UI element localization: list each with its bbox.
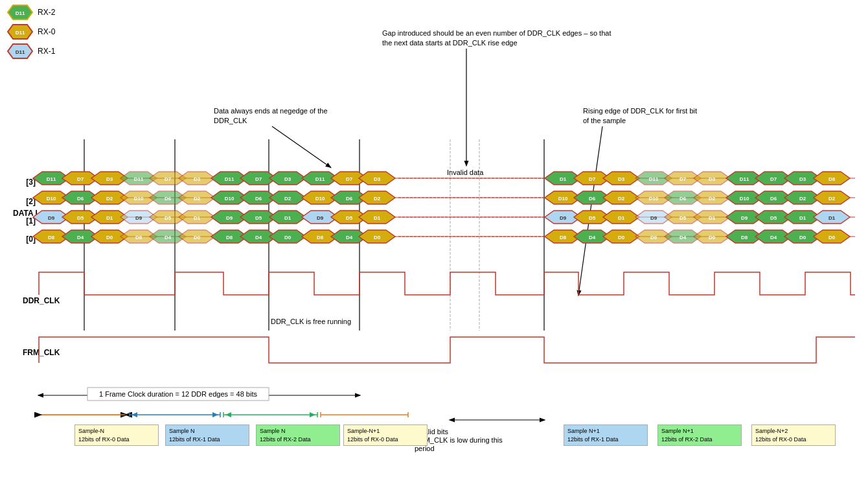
svg-text:D8: D8 [741,235,748,240]
svg-text:D0: D0 [828,235,836,240]
svg-text:D1: D1 [194,215,201,221]
sample-line1: Sample-N+1 [347,427,424,436]
sample-sn-rx0: Sample-N 12bits of RX-0 Data [74,424,159,446]
lane1-seg7: D9 D5 D1 [726,211,821,224]
svg-text:D7: D7 [255,176,262,182]
svg-text:D3: D3 [194,176,201,182]
lane0-seg8: D0 [814,230,850,243]
svg-marker-214 [225,412,231,417]
svg-text:D2: D2 [194,196,201,202]
svg-text:D3: D3 [799,176,806,182]
legend-rx2-label: RX-2 [38,8,56,17]
lane0-seg5: D8 D4 D0 [545,230,639,243]
svg-text:D1: D1 [374,215,381,221]
svg-marker-210 [212,412,218,417]
svg-text:D11: D11 [16,30,25,36]
svg-text:D11: D11 [47,176,56,182]
svg-line-7 [272,126,330,167]
svg-text:D9: D9 [741,215,748,221]
svg-marker-215 [310,412,315,417]
svg-text:D6: D6 [589,196,596,202]
svg-text:D8: D8 [226,235,233,240]
svg-text:D9: D9 [48,215,55,221]
svg-text:D11: D11 [649,176,659,182]
lane0-seg2: D8 D4 D0 [120,230,215,243]
svg-text:D7: D7 [589,176,596,182]
lane0-seg7: D8 D4 D0 [726,230,821,243]
svg-text:D7: D7 [680,176,687,182]
sample-line2: 12bits of RX-2 Data [260,436,336,444]
frame-clock-label: 1 Frame Clock duration = 12 DDR edges = … [99,390,257,398]
svg-text:D7: D7 [165,176,172,182]
svg-text:D8: D8 [135,235,143,240]
lane1-seg3: D9 D5 D1 [211,211,306,224]
frm-clk-label: FRM_CLK [23,348,60,357]
svg-text:D10: D10 [134,196,144,202]
svg-text:D1: D1 [618,215,625,221]
svg-text:D10: D10 [558,196,568,202]
svg-text:D10: D10 [740,196,749,202]
svg-text:D2: D2 [106,196,113,202]
svg-text:D9: D9 [560,215,567,221]
svg-text:D4: D4 [770,235,777,240]
sample-snp2-rx0: Sample-N+2 12bits of RX-0 Data [751,424,836,446]
svg-text:D7: D7 [77,176,84,182]
diagram-svg: D11 RX-2 D11 RX-0 D11 RX-1 Gap introduce… [0,0,868,488]
legend-rx1-label: RX-1 [38,47,56,56]
svg-text:D0: D0 [284,235,291,240]
svg-text:D6: D6 [165,196,172,202]
negedge-note-1: Data always ends at negedge of the [214,107,328,115]
lane3-seg8: D8 [814,172,850,185]
lane0-seg4: D8 D4 D0 [302,230,395,243]
svg-text:D4: D4 [589,235,596,240]
svg-text:D4: D4 [346,235,353,240]
legend-rx0-label: RX-0 [38,27,56,36]
sample-line2: 12bits of RX-2 Data [661,436,738,444]
lane2-seg2: D10 D6 D2 [120,191,215,204]
sample-line1: Sample N+1 [567,427,644,436]
svg-text:D3: D3 [618,176,625,182]
svg-text:D0: D0 [618,235,625,240]
sample-line2: 12bits of RX-1 Data [169,436,246,444]
svg-text:D4: D4 [77,235,84,240]
svg-text:D3: D3 [106,176,113,182]
lane2-seg3: D10 D6 D2 [211,191,306,204]
lane2-seg5: D10 D6 D2 [545,191,639,204]
lane3-seg2: D11 D7 D3 [120,172,215,185]
lane3-seg6: D11 D7 D3 [635,172,730,185]
lane3-seg3: D11 D7 D3 [211,172,306,185]
svg-text:D1: D1 [106,215,113,221]
svg-text:D5: D5 [165,215,172,221]
sample-snp1-rx0: Sample-N+1 12bits of RX-0 Data [343,424,428,446]
svg-text:D3: D3 [709,176,716,182]
svg-text:D5: D5 [77,215,84,221]
svg-text:D6: D6 [255,196,262,202]
svg-text:D2: D2 [709,196,716,202]
svg-text:D3: D3 [374,176,381,182]
lane0-seg6: D8 D4 D0 [635,230,730,243]
svg-text:D9: D9 [135,215,143,221]
invalid-bits-2: FRM_CLK is low during this [415,436,503,444]
svg-text:D8: D8 [560,235,567,240]
svg-text:D4: D4 [165,235,172,240]
rising-note-1: Rising edge of DDR_CLK for first bit [583,107,697,115]
svg-text:D1: D1 [284,215,291,221]
gap-note-2: the next data starts at DDR_CLK rise edg… [382,39,518,47]
svg-text:D8: D8 [317,235,324,240]
gap-note-1: Gap introduced should be an even number … [382,29,611,37]
sample-line1: Sample N [260,427,336,436]
lane1-seg5: D9 D5 D1 [545,211,639,224]
lane1-seg6: D9 D5 D1 [635,211,730,224]
svg-marker-209 [131,412,137,417]
svg-text:D2: D2 [374,196,381,202]
sample-line2: 12bits of RX-0 Data [755,436,832,444]
svg-text:D1: D1 [828,215,836,221]
svg-text:D10: D10 [315,196,325,202]
svg-text:D5: D5 [589,215,596,221]
svg-text:D10: D10 [649,196,659,202]
lane2-seg6: D10 D6 D2 [635,191,730,204]
svg-text:D10: D10 [47,196,56,202]
lane3-seg1: D11 D7 D3 [33,172,128,185]
svg-text:D4: D4 [680,235,687,240]
sample-line1: Sample-N [78,427,155,436]
